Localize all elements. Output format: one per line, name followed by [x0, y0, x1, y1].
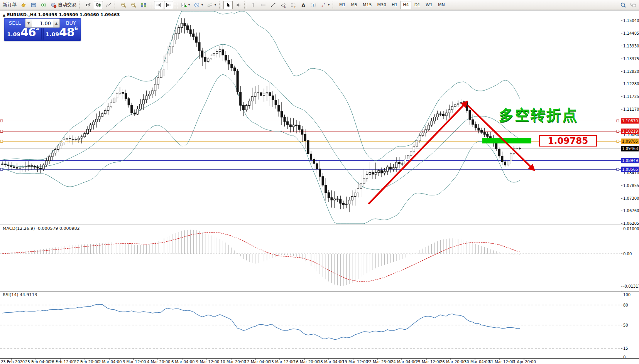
timeframe-h4-button[interactable]: H4: [401, 1, 411, 9]
svg-text:30 Mar 04:00: 30 Mar 04:00: [464, 360, 490, 364]
chart-canvas[interactable]: 1.150401.144851.139301.133751.128201.122…: [0, 10, 639, 364]
svg-text:31 Mar 12:00: 31 Mar 12:00: [489, 360, 514, 364]
toolbar-separator: [244, 2, 247, 8]
symbol-collapse-icon[interactable]: ▲: [3, 13, 5, 17]
svg-text:-0.013171: -0.013171: [623, 284, 639, 288]
indicators-icon: [181, 2, 187, 8]
text-label-button[interactable]: T: [309, 1, 318, 9]
svg-text:E: E: [284, 5, 286, 8]
macd-indicator-label: MACD(12,26,9) -0.000579 0.000982: [3, 226, 79, 231]
bar-chart-icon: [85, 2, 91, 8]
toolbar-separator: [150, 2, 152, 8]
signals-button[interactable]: [39, 1, 48, 9]
toolbar-separator: [175, 2, 178, 8]
mt4-terminal: 新订单自动交易▾▾▾EFAT▾M1M5M15M30H1H4D1W1MN 1.15…: [0, 0, 639, 364]
tile-windows-button[interactable]: [139, 1, 148, 9]
dropdown-caret-icon: ▾: [215, 3, 216, 7]
sell-label: SELL: [9, 20, 21, 26]
timeframe-m1-button[interactable]: M1: [337, 1, 348, 9]
cursor-button[interactable]: [223, 1, 233, 9]
svg-text:1.09785: 1.09785: [622, 139, 638, 143]
market-watch-button[interactable]: [19, 1, 28, 9]
svg-text:9 Mar 12:00: 9 Mar 12:00: [196, 360, 219, 364]
svg-text:1.15040: 1.15040: [623, 19, 639, 23]
timeframe-m5-button[interactable]: M5: [349, 1, 360, 9]
svg-text:1.11725: 1.11725: [623, 94, 639, 99]
chat-button[interactable]: [629, 1, 638, 9]
horizontal-line-button[interactable]: [259, 1, 268, 9]
templates-button[interactable]: ▾: [205, 1, 218, 9]
candle-chart-button[interactable]: [94, 1, 103, 9]
svg-text:1.06760: 1.06760: [623, 209, 639, 213]
svg-text:16 Mar 20:00: 16 Mar 20:00: [294, 360, 320, 364]
volume-decrease-button[interactable]: ▼: [25, 19, 32, 27]
timeframe-d1-button[interactable]: D1: [412, 1, 423, 9]
text-button[interactable]: A: [299, 1, 308, 9]
trendline-button[interactable]: [269, 1, 278, 9]
arrows-icon: [320, 2, 326, 8]
svg-text:26 Mar 20:00: 26 Mar 20:00: [440, 360, 466, 364]
svg-text:A: A: [302, 2, 306, 8]
svg-text:4 Mar 20:00: 4 Mar 20:00: [147, 360, 170, 364]
arrows-button[interactable]: ▾: [319, 1, 331, 9]
line-chart-button[interactable]: [104, 1, 113, 9]
text-icon: A: [300, 2, 306, 8]
timeframe-h1-button[interactable]: H1: [389, 1, 400, 9]
candle-chart-icon: [95, 2, 101, 8]
timeframe-w1-button[interactable]: W1: [423, 1, 435, 9]
crosshair-button[interactable]: [233, 1, 243, 9]
signal-icon: [41, 2, 47, 8]
svg-text:23 Feb 2020: 23 Feb 2020: [1, 360, 25, 364]
search-button[interactable]: [619, 1, 628, 9]
svg-text:15: 15: [623, 346, 628, 351]
crosshair-icon: [235, 2, 241, 8]
svg-text:50: 50: [623, 323, 628, 327]
hline-icon: [260, 2, 266, 8]
vertical-line-button[interactable]: [248, 1, 258, 9]
periods-button[interactable]: ▾: [192, 1, 205, 9]
one-click-trading-panel: SELL 1.09463 BUY 1.09486 ▼ 1.00 ▲: [4, 18, 81, 41]
auto-scroll-button[interactable]: [154, 1, 163, 9]
cursor-icon: [225, 2, 231, 8]
svg-text:80: 80: [623, 303, 628, 307]
line-chart-icon: [105, 2, 112, 8]
auto-trading-button[interactable]: 自动交易: [49, 1, 78, 9]
svg-text:1.07855: 1.07855: [623, 184, 639, 188]
svg-text:27 Feb 20:00: 27 Feb 20:00: [74, 360, 100, 364]
chart-ohlc-values: 1.09495 1.09509 1.09460 1.09463: [38, 12, 120, 17]
history-icon: [30, 2, 37, 8]
timeframe-m15-button[interactable]: M15: [360, 1, 374, 9]
zoom-out-icon: [130, 2, 137, 8]
zoom-out-button[interactable]: [129, 1, 138, 9]
svg-text:22 Mar 23:00: 22 Mar 23:00: [367, 360, 392, 364]
zoom-in-button[interactable]: [119, 1, 128, 9]
toolbar-separator: [79, 2, 82, 8]
timeframe-m30-button[interactable]: M30: [375, 1, 389, 9]
chart-shift-icon: [166, 2, 172, 8]
fibonacci-button[interactable]: F: [289, 1, 298, 9]
indicators-button[interactable]: ▾: [179, 1, 191, 9]
chart-title: ▲EURUSD-,H4 1.09495 1.09509 1.09460 1.09…: [3, 12, 120, 17]
timeframe-mn-button[interactable]: MN: [436, 1, 447, 9]
history-center-button[interactable]: [29, 1, 38, 9]
turning-point-annotation[interactable]: 多空转折点: [499, 105, 578, 125]
volume-increase-button[interactable]: ▲: [53, 19, 59, 27]
volume-input[interactable]: 1.00: [32, 19, 53, 27]
new-order-button[interactable]: 新订单: [1, 1, 18, 9]
chart-shift-button[interactable]: [164, 1, 173, 9]
channel-button[interactable]: E: [279, 1, 288, 9]
bar-chart-button[interactable]: [84, 1, 93, 9]
price-callout-label[interactable]: 1.09785: [539, 135, 597, 147]
svg-text:1.08949: 1.08949: [622, 158, 638, 163]
gold-bar-icon: [20, 2, 27, 8]
svg-text:13 Mar 12:00: 13 Mar 12:00: [269, 360, 295, 364]
chat-icon: [630, 2, 636, 8]
svg-text:0.00: 0.00: [623, 252, 632, 256]
svg-text:100: 100: [623, 293, 631, 297]
svg-text:25 Feb 04:00: 25 Feb 04:00: [25, 360, 51, 364]
periods-icon: [194, 2, 200, 8]
svg-text:1.13375: 1.13375: [623, 57, 639, 61]
svg-text:19 Mar 12:00: 19 Mar 12:00: [342, 360, 368, 364]
toolbar-separator: [115, 2, 117, 8]
svg-text:6 Mar 04:00: 6 Mar 04:00: [171, 360, 194, 364]
